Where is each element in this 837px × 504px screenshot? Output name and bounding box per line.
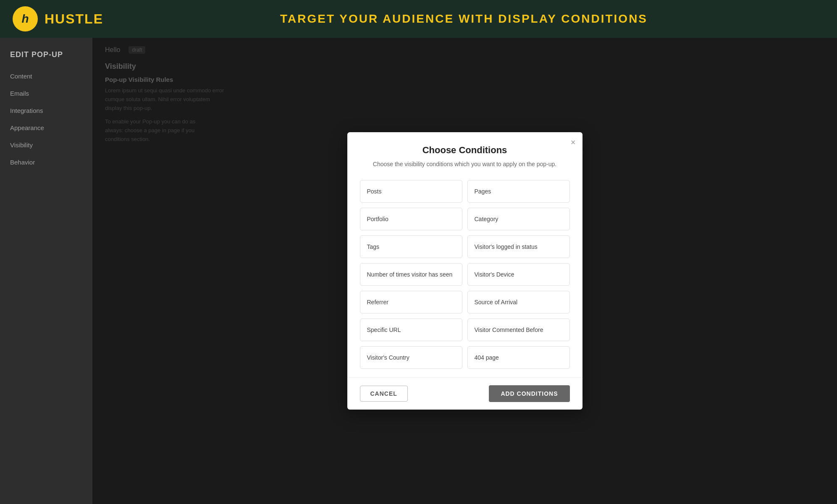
app-name: HUSTLE bbox=[45, 11, 103, 27]
sidebar-item-appearance[interactable]: Appearance bbox=[0, 119, 92, 136]
sidebar-item-integrations[interactable]: Integrations bbox=[0, 102, 92, 119]
main-area: Hello draft Visibility Pop-up Visibility… bbox=[92, 38, 837, 504]
logo-area: h HUSTLE bbox=[13, 6, 103, 31]
hustle-logo: h bbox=[13, 6, 38, 31]
conditions-grid: Posts Pages Portfolio Category Tags bbox=[360, 180, 570, 369]
condition-portfolio[interactable]: Portfolio bbox=[360, 208, 462, 230]
cancel-button[interactable]: CANCEL bbox=[360, 386, 408, 402]
bg-content: EDIT POP-UP Content Emails Integrations … bbox=[0, 38, 837, 504]
choose-conditions-modal: × Choose Conditions Choose the visibilit… bbox=[347, 132, 582, 410]
sidebar-item-visibility[interactable]: Visibility bbox=[0, 136, 92, 154]
add-conditions-button[interactable]: ADD CONDITIONS bbox=[489, 385, 569, 402]
condition-posts[interactable]: Posts bbox=[360, 180, 462, 203]
condition-visitors-country[interactable]: Visitor's Country bbox=[360, 346, 462, 369]
modal-header: × Choose Conditions Choose the visibilit… bbox=[347, 132, 582, 172]
sidebar-item-content[interactable]: Content bbox=[0, 68, 92, 85]
top-header: h HUSTLE TARGET YOUR AUDIENCE WITH DISPL… bbox=[0, 0, 837, 38]
condition-source-of-arrival[interactable]: Source of Arrival bbox=[467, 291, 570, 313]
condition-pages[interactable]: Pages bbox=[467, 180, 570, 203]
condition-tags[interactable]: Tags bbox=[360, 235, 462, 258]
sidebar-item-behavior[interactable]: Behavior bbox=[0, 154, 92, 171]
edit-popup-title: EDIT POP-UP bbox=[0, 46, 92, 68]
modal-body: Posts Pages Portfolio Category Tags bbox=[347, 172, 582, 377]
header-title: TARGET YOUR AUDIENCE WITH DISPLAY CONDIT… bbox=[103, 12, 824, 26]
condition-visitors-logged-status[interactable]: Visitor's logged in status bbox=[467, 235, 570, 258]
condition-visitor-commented-before[interactable]: Visitor Commented Before bbox=[467, 319, 570, 341]
condition-number-of-times[interactable]: Number of times visitor has seen bbox=[360, 263, 462, 286]
sidebar-nav: Content Emails Integrations Appearance V… bbox=[0, 68, 92, 171]
sidebar-item-emails[interactable]: Emails bbox=[0, 85, 92, 102]
modal-title: Choose Conditions bbox=[360, 145, 570, 156]
sidebar: EDIT POP-UP Content Emails Integrations … bbox=[0, 38, 92, 504]
condition-category[interactable]: Category bbox=[467, 208, 570, 230]
modal-close-button[interactable]: × bbox=[571, 138, 576, 146]
condition-specific-url[interactable]: Specific URL bbox=[360, 319, 462, 341]
modal-overlay: × Choose Conditions Choose the visibilit… bbox=[92, 38, 837, 504]
condition-referrer[interactable]: Referrer bbox=[360, 291, 462, 313]
condition-visitors-device[interactable]: Visitor's Device bbox=[467, 263, 570, 286]
condition-404-page[interactable]: 404 page bbox=[467, 346, 570, 369]
modal-subtitle: Choose the visibility conditions which y… bbox=[360, 161, 570, 167]
modal-footer: CANCEL ADD CONDITIONS bbox=[347, 377, 582, 410]
